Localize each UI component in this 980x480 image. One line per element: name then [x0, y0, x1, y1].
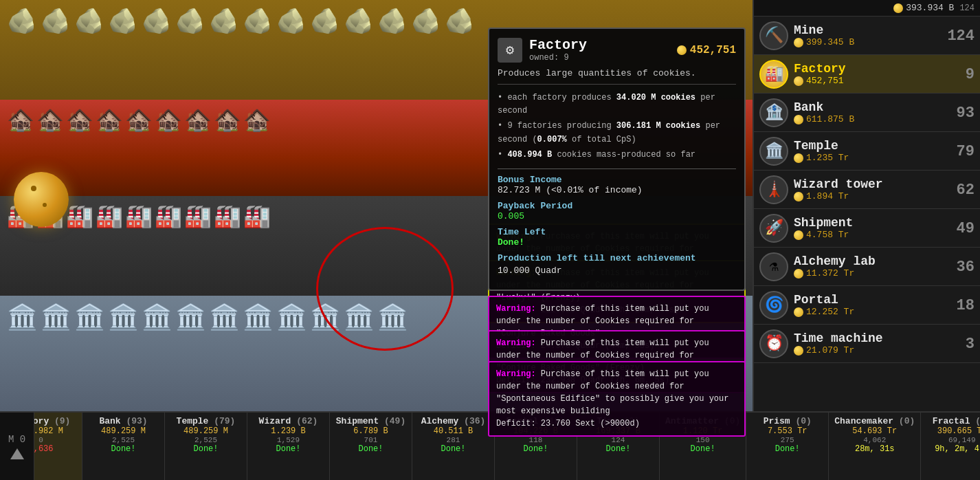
- bottom-item-bank[interactable]: Bank (93) 489.259 M 2,525 Done!: [82, 413, 165, 480]
- bottom-name-2: Temple (79): [177, 416, 236, 426]
- payback-label: Payback Period: [498, 201, 736, 211]
- bottom-name-4: Shipment (49): [336, 416, 405, 426]
- bottom-extra-6: 118: [529, 436, 543, 444]
- sidebar-info-8: Time machine 21.079 Tr: [794, 331, 975, 356]
- sidebar-cost-2: 611.875 B: [794, 114, 975, 124]
- achievement-section: Production left till next achievement 10…: [498, 253, 736, 276]
- bottom-item-chancemaker[interactable]: Chancemaker (0) 54.693 Tr 4,062 28m, 31s: [829, 413, 921, 480]
- payback-section: Payback Period 0.005: [498, 201, 736, 221]
- sidebar-item-time-machine[interactable]: ⏰ Time machine 21.079 Tr 3: [754, 325, 980, 363]
- big-cookie[interactable]: [14, 172, 69, 227]
- sidebar-cost-7: 12.252 Tr: [794, 307, 975, 317]
- bottom-value-1: 489.259 M: [101, 426, 146, 436]
- sidebar-name-8: Time machine: [794, 331, 975, 345]
- warning-label-3: Warning:: [496, 338, 536, 348]
- bottom-value-5: 40.511 B: [434, 426, 474, 436]
- bonus-income-label: Bonus Income: [498, 175, 736, 185]
- right-sidebar: 393.934 B 124 ⛏️ Mine 399.345 B 124 🏭 Fa…: [753, 0, 980, 411]
- bottom-extra-1: 2,525: [112, 436, 135, 444]
- bottom-item-shipment[interactable]: Shipment (49) 6.789 B 701 Done!: [330, 413, 412, 480]
- bottom-status-4: Done!: [358, 444, 383, 454]
- sidebar-item-shipment[interactable]: 🚀 Shipment 4.758 Tr 49: [754, 209, 980, 248]
- bottom-item-prism[interactable]: Prism (0) 7.553 Tr 275 Done!: [746, 413, 829, 480]
- bottom-item-fractal[interactable]: Fractal (0) 390.665 Tr 69,149 9h, 2m, 49…: [921, 413, 980, 480]
- sidebar-cost-val-6: 11.372 Tr: [806, 268, 854, 279]
- sidebar-count-7: 18: [957, 296, 975, 314]
- sidebar-info-4: Wizard tower 1.894 Tr: [794, 177, 975, 201]
- bottom-extra-4: 701: [364, 436, 378, 444]
- sidebar-cost-val-5: 4.758 Tr: [806, 230, 849, 240]
- tooltip-cost-value: 452,751: [690, 44, 736, 56]
- bottom-extra-5: 281: [447, 436, 460, 444]
- sidebar-info-7: Portal 12.252 Tr: [794, 293, 975, 317]
- bottom-value-9: 7.553 Tr: [768, 426, 808, 436]
- sidebar-coin-8: [794, 346, 803, 356]
- bottom-count-0: (9): [54, 416, 70, 426]
- tooltip-title-group: Factory owned: 9: [529, 37, 587, 63]
- bottom-extra-11: 69,149: [948, 436, 976, 444]
- bottom-name-10: Chancemaker (0): [834, 416, 915, 426]
- sidebar-item-wizard-tower[interactable]: 🗼 Wizard tower 1.894 Tr 62: [754, 171, 980, 209]
- bottom-item-wizard[interactable]: Wizard (62) 1.239 B 1,529 Done!: [247, 413, 330, 480]
- sidebar-icon-6: ⚗️: [759, 252, 788, 281]
- coin-icon: [677, 45, 687, 55]
- sidebar-cost-val-3: 1.235 Tr: [806, 153, 849, 163]
- tooltip-cost: 452,751: [677, 44, 736, 56]
- sidebar-count-6: 36: [957, 258, 975, 275]
- tooltip-icon: ⚙️: [498, 38, 522, 63]
- bottom-count-5: (36): [464, 416, 485, 426]
- arrow-up-button[interactable]: [10, 448, 24, 459]
- bottom-name-9: Prism (0): [764, 416, 812, 426]
- bottom-item-alchemy[interactable]: Alchemy (36) 40.511 B 281 Done!: [412, 413, 495, 480]
- bottom-extra-2: 2,525: [194, 436, 217, 444]
- m0-label: M 0: [8, 434, 25, 445]
- bottom-item-temple[interactable]: Temple (79) 489.259 M 2,525 Done!: [165, 413, 247, 480]
- sidebar-item-alchemy-lab[interactable]: ⚗️ Alchemy lab 11.372 Tr 36: [754, 248, 980, 286]
- stat-row-3: • 408.994 B cookies mass-produced so far: [498, 149, 736, 162]
- bottom-extra-3: 1,529: [277, 436, 300, 444]
- bottom-name-5: Alchemy (36): [421, 416, 486, 426]
- tooltip-stats: • each factory produces 34.020 M cookies…: [498, 91, 736, 162]
- sidebar-items-container: ⛏️ Mine 399.345 B 124 🏭 Factory 452,751 …: [754, 17, 980, 363]
- tooltip-title: Factory: [529, 37, 587, 53]
- sidebar-cost-8: 21.079 Tr: [794, 345, 975, 356]
- bonus-income-section: Bonus Income 82.723 M (<0.01% of income): [498, 175, 736, 195]
- warning-label-2: Warning:: [496, 304, 536, 314]
- tooltip-description: Produces large quantities of cookies.: [498, 68, 736, 85]
- sidebar-item-factory[interactable]: 🏭 Factory 452,751 9: [754, 55, 980, 94]
- warning-label-4: Warning:: [496, 369, 536, 379]
- sidebar-icon-1: 🏭: [759, 60, 788, 89]
- sidebar-cost-5: 4.758 Tr: [794, 230, 975, 240]
- sidebar-item-bank[interactable]: 🏦 Bank 611.875 B 93: [754, 94, 980, 132]
- sidebar-count-8: 3: [966, 335, 975, 352]
- sidebar-coin-2: [794, 115, 803, 124]
- sidebar-cost-val-4: 1.894 Tr: [806, 191, 849, 201]
- bottom-extra-9: 275: [781, 436, 794, 444]
- sidebar-name-6: Alchemy lab: [794, 254, 975, 268]
- bottom-count-9: (0): [795, 416, 811, 426]
- warning-deficit-4: Deficit: 23.760 Sext (>9000d): [496, 419, 640, 428]
- time-left-section: Time Left Done!: [498, 227, 736, 248]
- sidebar-cost-val-0: 399.345 B: [806, 37, 854, 47]
- sidebar-name-2: Bank: [794, 100, 975, 114]
- sidebar-item-portal[interactable]: 🌀 Portal 12.252 Tr 18: [754, 286, 980, 325]
- bottom-count-4: (49): [384, 416, 405, 426]
- bottom-status-5: Done!: [441, 444, 465, 454]
- tooltip-divider: [498, 168, 736, 169]
- bottom-status-10: 28m, 31s: [855, 444, 895, 454]
- sidebar-count-5: 49: [957, 219, 975, 237]
- top-score-count: 124: [959, 3, 975, 13]
- sidebar-cost-val-2: 611.875 B: [806, 114, 854, 124]
- sidebar-item-temple[interactable]: 🏛️ Temple 1.235 Tr 79: [754, 132, 980, 171]
- bottom-count-1: (93): [126, 416, 147, 426]
- bottom-extra-7: 124: [612, 436, 625, 444]
- bottom-count-2: (79): [214, 416, 235, 426]
- sidebar-icon-4: 🗼: [759, 175, 788, 204]
- sidebar-coin-5: [794, 230, 803, 240]
- top-score-value: 393.934 B: [906, 3, 954, 13]
- achievement-value: 10.000 Quadr: [498, 265, 736, 276]
- bottom-name-11: Fractal (0): [933, 416, 980, 426]
- sidebar-item-mine[interactable]: ⛏️ Mine 399.345 B 124: [754, 17, 980, 55]
- bottom-value-4: 6.789 B: [353, 426, 388, 436]
- sidebar-info-3: Temple 1.235 Tr: [794, 139, 975, 163]
